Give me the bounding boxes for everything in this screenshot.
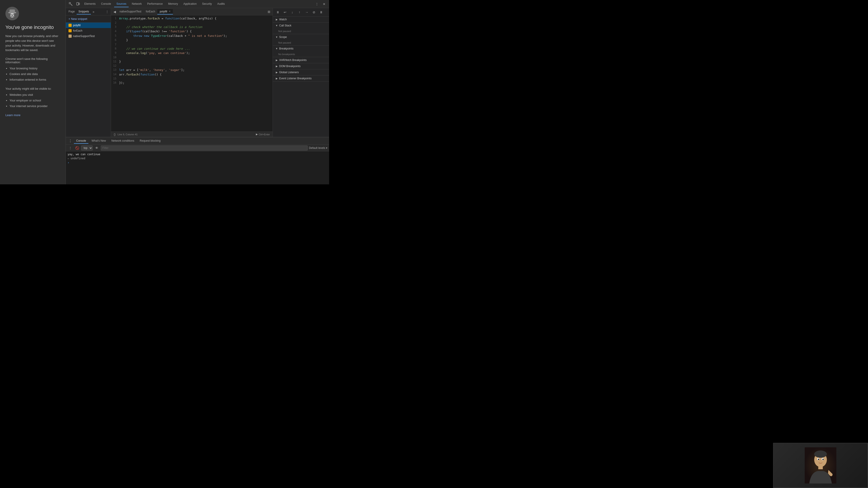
log-text: yay, we can continue [68,153,100,156]
editor-tab-foreach[interactable]: forEach [144,9,157,14]
deactivate-btn[interactable]: ⊘ [311,9,317,15]
watch-label: Watch [279,18,287,21]
global-listeners-label: Global Listeners [279,71,299,74]
editor-area: ◀ nativeSupportTest forEach polyfill ✕ ⊞ [111,8,273,137]
breakpoints-header[interactable]: ▼ Breakpoints [273,46,329,52]
tab-security[interactable]: Security [200,1,214,7]
editor-tab-polyfill[interactable]: polyfill ✕ [157,9,173,14]
network-conditions-tab[interactable]: Network conditions [109,138,136,144]
tab-elements[interactable]: Elements [82,1,98,7]
filter-input[interactable] [101,145,308,151]
editor-back-btn[interactable]: ◀ [112,9,117,14]
learn-more-link[interactable]: Learn more [5,113,60,117]
snippet-polyfill[interactable]: polyfill [66,23,111,28]
request-blocking-tab[interactable]: Request blocking [137,138,163,144]
svg-rect-7 [76,2,79,5]
console-menu-btn[interactable]: ⋮ [68,138,73,144]
dom-breakpoints-section: ▶ DOM Breakpoints [273,63,329,69]
global-listeners-header[interactable]: ▶ Global Listeners [273,69,329,75]
device-mode-btn[interactable] [75,1,81,7]
arrow-icon: ▶ [275,59,278,62]
code-editor[interactable]: 1 Array.prototype.forEach = function(cal… [111,15,273,131]
default-levels-select[interactable]: Default levels ▾ [309,147,327,150]
dont-pause-btn[interactable]: ⏸ [318,9,324,15]
context-selector[interactable]: top [81,145,93,151]
callstack-label: Call Stack [279,24,291,27]
console-tab[interactable]: Console [74,138,88,144]
list-item: Your browsing history [9,66,60,71]
event-listener-header[interactable]: ▶ Event Listener Breakpoints [273,75,329,81]
snippet-icon [68,35,72,38]
arrow-icon: ▼ [275,35,278,39]
callstack-value: Not paused [278,30,291,33]
tab-snippets[interactable]: Snippets [76,9,91,14]
tab-sources[interactable]: Sources [114,1,129,7]
tab-label: forEach [146,10,155,13]
sidebar-kebab-btn[interactable]: ⋮ [104,9,110,14]
incognito-info-list: Your browsing history Cookies and site d… [5,66,60,83]
snippet-name: nativeSupportTest [73,35,95,38]
close-tab-btn[interactable]: ✕ [168,10,170,13]
xhr-breakpoints-header[interactable]: ▶ XHR/fetch Breakpoints [273,57,329,63]
console-line-result: ← undefined [68,156,327,161]
console-settings-btn[interactable]: ⋮ [68,145,73,151]
console-line-log: yay, we can continue [68,152,327,156]
prompt-symbol: › [68,161,69,164]
event-listener-section: ▶ Event Listener Breakpoints [273,75,329,82]
statusbar-position: Line 9, Column 41 [118,133,138,136]
whats-new-tab[interactable]: What's New [89,138,108,144]
clear-console-btn[interactable]: 🚫 [74,145,80,151]
result-text: undefined [70,157,85,160]
new-snippet-label: + New snippet [68,17,87,21]
list-item: Information entered in forms [9,77,60,83]
pause-btn[interactable]: ⏸ [275,9,281,15]
step-out-btn[interactable]: ↑ [296,9,303,15]
code-line-13: 13 let arr = ['milk', 'honey', 'sugar']; [111,68,273,72]
snippet-foreach[interactable]: forEach [66,28,111,33]
svg-rect-8 [79,3,80,5]
arrow-icon: ▶ [275,18,278,21]
step-into-btn[interactable]: ↓ [289,9,296,15]
scope-header[interactable]: ▼ Scope [273,34,329,40]
inspect-element-btn[interactable] [68,1,74,7]
eye-btn[interactable]: 👁 [94,145,99,151]
snippet-icon [68,24,72,27]
watch-section-header[interactable]: ▶ Watch [273,17,329,22]
editor-statusbar: {} Line 9, Column 41 ▶ Ctrl+Enter [111,131,273,137]
code-line-11: 11 } [111,59,273,64]
tab-application[interactable]: Application [181,1,199,7]
callstack-header[interactable]: ▼ Call Stack [273,23,329,29]
arrow-icon: ▶ [275,77,278,80]
tab-audits[interactable]: Audits [215,1,227,7]
step-over-btn[interactable]: ↩ [282,9,288,15]
settings-btn[interactable]: ⋮ [314,1,320,7]
step-btn[interactable]: → [304,9,310,15]
new-snippet-button[interactable]: + New snippet [66,15,111,23]
tab-console[interactable]: Console [99,1,113,7]
tab-network[interactable]: Network [129,1,144,7]
snippet-name: forEach [73,29,82,32]
xhr-breakpoints-label: XHR/fetch Breakpoints [279,59,307,62]
console-output: yay, we can continue ← undefined › [66,151,329,184]
code-line-3: 3 // check whether the callback is a fun… [111,25,273,29]
tab-memory[interactable]: Memory [166,1,180,7]
tab-label: nativeSupportTest [120,10,141,13]
incognito-icon [5,7,19,20]
console-line-prompt[interactable]: › [68,161,327,165]
editor-tab-nativesupporttest[interactable]: nativeSupportTest [117,9,144,14]
list-item: Your employer or school [9,98,60,103]
svg-rect-1 [9,9,15,13]
code-line-9: 9 console.log('yay, we can continue'); [111,51,273,55]
tab-page[interactable]: Page [67,9,76,14]
sources-sidebar: Page Snippets » ⋮ + New snippet polyfill… [66,8,111,137]
code-line-6: 6 } [111,38,273,42]
sidebar-more-btn[interactable]: » [91,9,96,14]
tab-performance[interactable]: Performance [145,1,165,7]
snippet-icon [68,29,72,32]
close-devtools-btn[interactable]: ✕ [321,1,327,7]
editor-panel-toggle-btn[interactable]: ⊞ [266,9,272,14]
dom-breakpoints-header[interactable]: ▶ DOM Breakpoints [273,63,329,69]
chrome-wont-save-label: Chrome won't save the following informat… [5,57,60,64]
snippet-nativesupporttest[interactable]: nativeSupportTest [66,33,111,39]
run-label: Ctrl+Enter [258,133,270,136]
